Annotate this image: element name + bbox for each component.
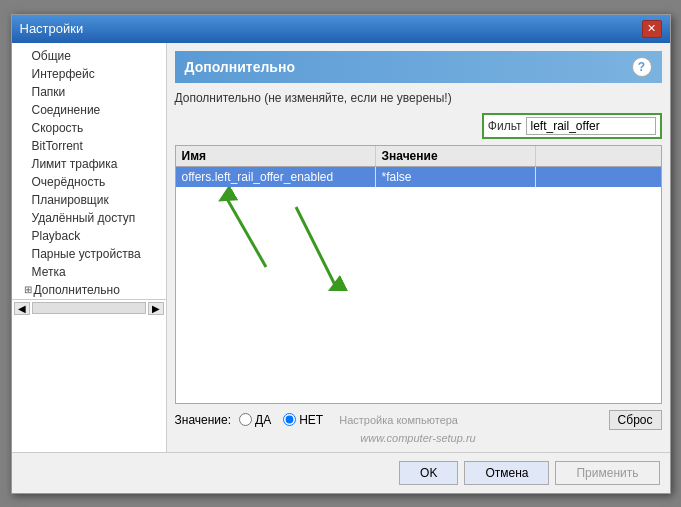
arrow-area [176, 187, 661, 307]
value-row: Значение: ДА НЕТ Настройка компьютера Сб… [175, 410, 662, 430]
filter-row: Фильт [175, 113, 662, 139]
svg-line-2 [226, 197, 266, 267]
cell-value: *false [376, 167, 536, 187]
value-label: Значение: [175, 413, 232, 427]
scroll-left-btn[interactable]: ◀ [14, 302, 30, 315]
sidebar-item-obschie[interactable]: Общие [12, 47, 166, 65]
scroll-right-btn[interactable]: ▶ [148, 302, 164, 315]
radio-da-option[interactable]: ДА [239, 413, 271, 427]
sidebar-item-parnye[interactable]: Парные устройства [12, 245, 166, 263]
radio-group: ДА НЕТ [239, 413, 323, 427]
window-body: Общие Интерфейс Папки Соединение Скорост… [12, 43, 670, 452]
filter-box: Фильт [482, 113, 662, 139]
sidebar-item-skorost[interactable]: Скорость [12, 119, 166, 137]
arrows-svg [176, 187, 661, 307]
nastroyka-text: Настройка компьютера [339, 414, 458, 426]
tree-expand-icon: ⊞ [24, 284, 32, 295]
cell-name: offers.left_rail_offer_enabled [176, 167, 376, 187]
sidebar-item-interfeys[interactable]: Интерфейс [12, 65, 166, 83]
cancel-button[interactable]: Отмена [464, 461, 549, 485]
sidebar-item-playback[interactable]: Playback [12, 227, 166, 245]
radio-net[interactable] [283, 413, 296, 426]
sidebar-item-dopolnitelno[interactable]: ⊞ Дополнительно [12, 281, 166, 299]
sidebar-scrollbar: ◀ ▶ [12, 299, 166, 317]
table-row[interactable]: offers.left_rail_offer_enabled *false [176, 167, 661, 187]
close-button[interactable]: ✕ [642, 20, 662, 38]
sidebar-item-limit[interactable]: Лимит трафика [12, 155, 166, 173]
settings-table: Имя Значение offers.left_rail_offer_enab… [175, 145, 662, 404]
svg-line-3 [296, 207, 336, 287]
sidebar: Общие Интерфейс Папки Соединение Скорост… [12, 43, 167, 452]
footer: OK Отмена Применить [12, 452, 670, 493]
filter-input[interactable] [526, 117, 656, 135]
sidebar-item-soedinenie[interactable]: Соединение [12, 101, 166, 119]
window-title: Настройки [20, 21, 84, 36]
filter-label: Фильт [488, 119, 522, 133]
section-header: Дополнительно ? [175, 51, 662, 83]
sidebar-item-metka[interactable]: Метка [12, 263, 166, 281]
ok-button[interactable]: OK [399, 461, 458, 485]
help-button[interactable]: ? [632, 57, 652, 77]
table-header: Имя Значение [176, 146, 661, 167]
watermark: www.computer-setup.ru [175, 432, 662, 444]
radio-da-label: ДА [255, 413, 271, 427]
radio-net-label: НЕТ [299, 413, 323, 427]
scroll-track [32, 302, 146, 314]
title-bar: Настройки ✕ [12, 15, 670, 43]
sidebar-item-papki[interactable]: Папки [12, 83, 166, 101]
sidebar-item-dop-label: Дополнительно [34, 283, 120, 297]
info-text: Дополнительно (не изменяйте, если не уве… [175, 91, 662, 105]
title-bar-buttons: ✕ [642, 20, 662, 38]
apply-button[interactable]: Применить [555, 461, 659, 485]
radio-da[interactable] [239, 413, 252, 426]
sidebar-item-bittorrent[interactable]: BitTorrent [12, 137, 166, 155]
main-panel: Дополнительно ? Дополнительно (не изменя… [167, 43, 670, 452]
sidebar-item-ocherednost[interactable]: Очерёдность [12, 173, 166, 191]
main-window: Настройки ✕ Общие Интерфейс Папки Соедин… [11, 14, 671, 494]
col-value-header: Значение [376, 146, 536, 166]
radio-net-option[interactable]: НЕТ [283, 413, 323, 427]
col-name-header: Имя [176, 146, 376, 166]
sidebar-item-udalennyy[interactable]: Удалённый доступ [12, 209, 166, 227]
reset-button[interactable]: Сброс [609, 410, 662, 430]
sidebar-item-planirovshik[interactable]: Планировщик [12, 191, 166, 209]
section-title: Дополнительно [185, 59, 295, 75]
